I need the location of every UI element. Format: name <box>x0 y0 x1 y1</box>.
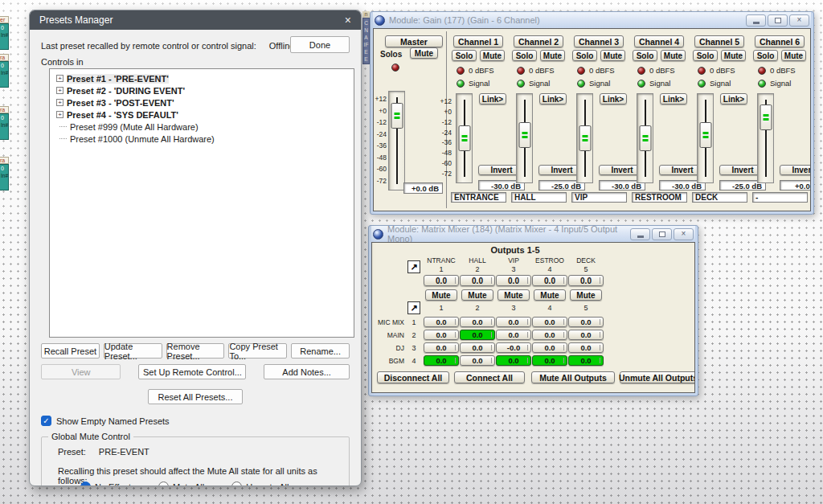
output-level-button[interactable]: 0.0 <box>496 275 531 286</box>
expand-icon[interactable]: + <box>56 87 63 94</box>
link-button[interactable]: Link> <box>660 93 687 104</box>
gain-fader[interactable] <box>637 93 653 183</box>
solo-button[interactable]: Solo <box>512 50 537 61</box>
mute-all-outputs-button[interactable]: Mute All Outputs <box>531 371 615 383</box>
expand-icon[interactable]: + <box>56 99 63 106</box>
update-preset-button[interactable]: Update Preset... <box>104 343 162 359</box>
output-mute-button[interactable]: Mute <box>461 289 493 301</box>
radio-no-effect[interactable] <box>80 481 91 486</box>
inputs-arrow-icon[interactable]: ↗ <box>407 301 420 314</box>
gain-fader[interactable] <box>456 93 473 183</box>
close-icon[interactable]: × <box>345 14 351 26</box>
matrix-crosspoint[interactable]: 0.0 <box>568 342 604 353</box>
channel-header-button[interactable]: Channel 6 <box>755 35 805 47</box>
matrix-crosspoint[interactable]: 0.0 <box>532 317 567 327</box>
matrix-crosspoint[interactable]: 0.0 <box>424 330 459 340</box>
fader-knob[interactable] <box>760 104 772 130</box>
tree-item-preset-2[interactable]: + Preset #2 - 'DURING EVENT' <box>51 84 352 96</box>
mute-button[interactable]: Mute <box>781 50 806 61</box>
maximize-button[interactable] <box>768 14 788 27</box>
gain-fader[interactable] <box>516 93 533 183</box>
done-button[interactable]: Done <box>290 36 350 53</box>
link-button[interactable]: Link> <box>720 93 747 104</box>
solo-button[interactable]: Solo <box>753 50 778 61</box>
tree-item-preset-1[interactable]: + Preset #1 - 'PRE-EVENT' <box>51 72 352 84</box>
matrix-crosspoint[interactable]: 0.0 <box>532 342 567 353</box>
solo-button[interactable]: Solo <box>693 50 718 61</box>
channel-header-button[interactable]: Channel 4 <box>634 35 684 47</box>
matrix-crosspoint[interactable]: 0.0 <box>424 342 459 353</box>
close-button[interactable]: × <box>674 228 694 240</box>
matrix-crosspoint[interactable]: 0.0 <box>496 317 531 327</box>
solo-button[interactable]: Solo <box>633 50 657 61</box>
tree-item-preset-4[interactable]: + Preset #4 - 'SYS DEFAULT' <box>51 109 352 121</box>
gain-value[interactable]: +0.0 dB <box>780 180 811 191</box>
mute-button[interactable]: Mute <box>661 50 686 61</box>
tree-item-preset-3[interactable]: + Preset #3 - 'POST-EVENT' <box>51 96 352 109</box>
mute-button[interactable]: Mute <box>480 50 505 61</box>
close-button[interactable]: × <box>789 14 809 27</box>
matrix-crosspoint[interactable]: 0.0 <box>568 317 604 327</box>
tree-item-preset-1000[interactable]: Preset #1000 (Unmute All Hardware) <box>51 133 352 145</box>
solo-button[interactable]: Solo <box>452 50 477 61</box>
output-mute-button[interactable]: Mute <box>497 289 530 301</box>
fader-knob[interactable] <box>518 122 530 148</box>
gain-fader[interactable] <box>757 93 774 183</box>
expand-icon[interactable]: + <box>56 111 63 118</box>
master-fader[interactable] <box>388 91 405 191</box>
window-titlebar[interactable]: Module: Gain (177) (Gain - 6 Channel) × <box>373 12 811 28</box>
expand-icon[interactable]: + <box>56 75 63 82</box>
output-level-button[interactable]: 0.0 <box>532 275 567 286</box>
master-mute-button[interactable]: Mute <box>410 47 438 59</box>
mute-button[interactable]: Mute <box>540 50 565 61</box>
matrix-crosspoint[interactable]: 0.0 <box>532 330 567 340</box>
fader-knob[interactable] <box>699 122 711 148</box>
channel-header-button[interactable]: Channel 1 <box>453 35 503 47</box>
matrix-crosspoint[interactable]: 0.0 <box>568 330 604 340</box>
output-level-button[interactable]: 0.0 <box>424 275 459 286</box>
mute-button[interactable]: Mute <box>721 50 746 61</box>
matrix-crosspoint[interactable]: 0.0 <box>460 330 495 340</box>
radio-mute-all[interactable] <box>158 481 169 486</box>
copy-preset-button[interactable]: Copy Preset To... <box>228 343 287 359</box>
outputs-arrow-icon[interactable]: ↗ <box>407 260 420 273</box>
mute-button[interactable]: Mute <box>600 50 625 61</box>
connect-all-button[interactable]: Connect All <box>454 371 525 383</box>
master-header-button[interactable]: Master <box>385 35 443 47</box>
presets-tree[interactable]: + Preset #1 - 'PRE-EVENT' + Preset #2 - … <box>49 68 354 338</box>
matrix-crosspoint[interactable]: 0.0 <box>568 355 604 366</box>
output-level-button[interactable]: 0.0 <box>568 275 604 286</box>
solo-button[interactable]: Solo <box>572 50 597 61</box>
remove-preset-button[interactable]: Remove Preset... <box>166 343 225 359</box>
fader-knob[interactable] <box>639 125 651 151</box>
gain-fader[interactable] <box>697 93 714 183</box>
gain-fader[interactable] <box>576 93 593 183</box>
matrix-crosspoint[interactable]: 0.0 <box>424 317 459 327</box>
channel-name-input[interactable]: - <box>752 192 808 203</box>
maximize-button[interactable] <box>652 228 672 240</box>
channel-name-input[interactable]: RESTROOM <box>632 192 687 203</box>
channel-header-button[interactable]: Channel 2 <box>514 35 563 47</box>
fader-knob[interactable] <box>458 125 470 151</box>
matrix-crosspoint[interactable]: 0.0 <box>496 330 531 340</box>
matrix-crosspoint[interactable]: 0.0 <box>424 355 459 366</box>
minimize-button[interactable] <box>630 228 650 240</box>
reset-all-presets-button[interactable]: Reset All Presets... <box>148 389 243 404</box>
window-titlebar[interactable]: Module: Matrix Mixer (184) (Matrix Mixer… <box>371 226 695 242</box>
channel-name-input[interactable]: VIP <box>571 192 627 203</box>
radio-unmute-all[interactable] <box>231 481 242 486</box>
unmute-all-outputs-button[interactable]: Unmute All Outputs <box>620 371 695 383</box>
rename-button[interactable]: Rename... <box>291 343 350 359</box>
setup-remote-control-button[interactable]: Set Up Remote Control... <box>138 364 246 379</box>
matrix-crosspoint[interactable]: 0.0 <box>460 355 495 366</box>
output-mute-button[interactable]: Mute <box>534 289 566 301</box>
master-gain-value[interactable]: +0.0 dB <box>403 182 443 194</box>
link-button[interactable]: Link> <box>539 93 567 104</box>
matrix-crosspoint[interactable]: 0.0 <box>460 342 495 353</box>
disconnect-all-button[interactable]: Disconnect All <box>377 371 449 383</box>
add-notes-button[interactable]: Add Notes... <box>264 364 350 379</box>
output-mute-button[interactable]: Mute <box>425 289 457 301</box>
link-button[interactable]: Link> <box>479 93 506 104</box>
channel-name-input[interactable]: DECK <box>692 192 747 203</box>
recall-preset-button[interactable]: Recall Preset <box>41 343 100 359</box>
